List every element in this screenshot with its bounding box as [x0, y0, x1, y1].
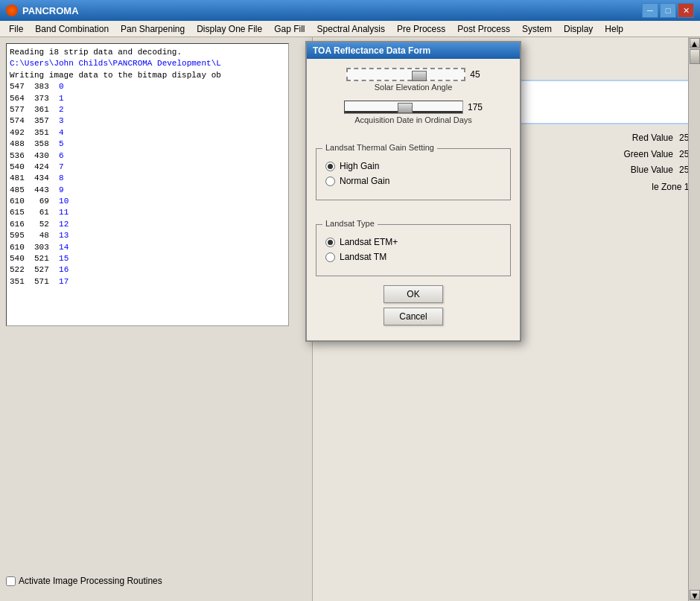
data-row-5: 488 358 5	[10, 139, 285, 150]
normal-gain-row: Normal Gain	[325, 176, 501, 186]
acquisition-date-section: 175 Acquisition Date in Ordinal Days	[316, 101, 511, 124]
menu-help[interactable]: Help	[599, 22, 629, 36]
etm-radio[interactable]	[325, 238, 335, 247]
normal-gain-radio[interactable]	[325, 177, 335, 186]
green-label: Green Value	[623, 147, 673, 163]
output-line-3: Writing image data to the bitmap display…	[10, 70, 285, 81]
data-row-17: 351 571 17	[10, 276, 285, 287]
etm-row: Landsat ETM+	[325, 237, 501, 247]
dialog-buttons: OK Cancel	[316, 285, 511, 331]
maximize-button[interactable]: □	[660, 3, 676, 18]
left-panel: Reading i8 strip data and decoding. C:\U…	[0, 37, 313, 601]
tm-label: Landsat TM	[340, 252, 386, 262]
menu-post-process[interactable]: Post Process	[451, 22, 516, 36]
menu-pan-sharpening[interactable]: Pan Sharpening	[115, 22, 191, 36]
activate-processing-checkbox[interactable]	[6, 576, 16, 586]
landsat-type-group: Landsat Type Landsat ETM+ Landsat TM	[316, 224, 511, 276]
menu-bar: File Band Combination Pan Sharpening Dis…	[0, 21, 700, 37]
data-row-12: 616 52 12	[10, 219, 285, 230]
landsat-legend: Landsat Type	[322, 219, 378, 228]
activate-processing-area: Activate Image Processing Routines	[6, 576, 162, 586]
app-title: PANCROMA	[22, 5, 79, 16]
dialog-body: 45 Solar Elevation Angle 175 Acquisition…	[307, 59, 520, 340]
menu-gap-fill[interactable]: Gap Fill	[268, 22, 311, 36]
menu-spectral-analysis[interactable]: Spectral Analysis	[311, 22, 391, 36]
solar-elevation-slider[interactable]	[346, 68, 465, 81]
data-row-16: 522 527 16	[10, 264, 285, 276]
scrollbar-thumb[interactable]	[690, 49, 700, 64]
data-row-15: 540 521 15	[10, 253, 285, 264]
ok-button[interactable]: OK	[384, 285, 443, 303]
app-icon	[6, 4, 18, 16]
output-line-1: Reading i8 strip data and decoding.	[10, 47, 285, 58]
acquisition-label: Acquisition Date in Ordinal Days	[316, 115, 511, 124]
data-row-2: 577 361 2	[10, 104, 285, 115]
data-row-4: 492 351 4	[10, 127, 285, 139]
acquisition-date-slider[interactable]	[344, 101, 463, 114]
menu-display-one-file[interactable]: Display One File	[191, 22, 268, 36]
scrollbar-up-arrow[interactable]: ▲	[690, 38, 700, 48]
cancel-button[interactable]: Cancel	[384, 308, 443, 325]
activate-processing-label: Activate Image Processing Routines	[19, 576, 162, 586]
solar-slider-thumb[interactable]	[412, 71, 427, 81]
menu-band-combination[interactable]: Band Combination	[29, 22, 115, 36]
red-label: Red Value	[632, 130, 673, 147]
acquisition-value: 175	[468, 102, 483, 112]
gain-group-box: Landsat Thermal Gain Setting High Gain N…	[316, 148, 511, 200]
data-row-3: 574 357 3	[10, 115, 285, 127]
data-row-8: 481 434 8	[10, 173, 285, 184]
menu-pre-process[interactable]: Pre Process	[391, 22, 451, 36]
dialog-title-text: TOA Reflectance Data Form	[313, 45, 430, 56]
data-row-6: 536 430 6	[10, 150, 285, 162]
text-output[interactable]: Reading i8 strip data and decoding. C:\U…	[6, 43, 289, 326]
window-controls: ─ □ ✕	[642, 3, 694, 18]
data-row-7: 540 424 7	[10, 162, 285, 173]
blue-label: Blue Value	[631, 162, 673, 179]
data-row-11: 615 61 11	[10, 207, 285, 218]
data-row-13: 595 48 13	[10, 230, 285, 241]
data-row-1: 564 373 1	[10, 93, 285, 104]
etm-label: Landsat ETM+	[340, 237, 398, 247]
tm-radio[interactable]	[325, 252, 335, 262]
menu-file[interactable]: File	[3, 22, 29, 36]
high-gain-label: High Gain	[340, 161, 379, 171]
gain-legend: Landsat Thermal Gain Setting	[322, 143, 437, 152]
close-button[interactable]: ✕	[678, 3, 694, 18]
dialog-title-bar: TOA Reflectance Data Form	[307, 42, 520, 59]
data-row-10: 610 69 10	[10, 196, 285, 207]
data-row-14: 610 303 14	[10, 242, 285, 253]
menu-system[interactable]: System	[516, 22, 558, 36]
data-row-0: 547 383 0	[10, 81, 285, 92]
toa-dialog: TOA Reflectance Data Form 45 Solar Eleva…	[305, 41, 521, 342]
data-row-9: 485 443 9	[10, 185, 285, 196]
tm-row: Landsat TM	[325, 252, 501, 262]
scrollbar-vertical[interactable]: ▲ ▼	[688, 37, 700, 601]
high-gain-row: High Gain	[325, 161, 501, 171]
output-line-2: C:\Users\John Childs\PANCROMA Developmen…	[10, 58, 285, 69]
normal-gain-label: Normal Gain	[340, 176, 389, 186]
acquisition-slider-thumb[interactable]	[398, 103, 413, 113]
scrollbar-down-arrow[interactable]: ▼	[690, 590, 700, 600]
solar-elevation-section: 45 Solar Elevation Angle	[316, 68, 511, 92]
title-bar: PANCROMA ─ □ ✕	[0, 0, 700, 21]
minimize-button[interactable]: ─	[642, 3, 658, 18]
solar-value: 45	[470, 69, 480, 80]
solar-label: Solar Elevation Angle	[316, 83, 511, 92]
high-gain-radio[interactable]	[325, 162, 335, 171]
menu-display[interactable]: Display	[558, 22, 599, 36]
